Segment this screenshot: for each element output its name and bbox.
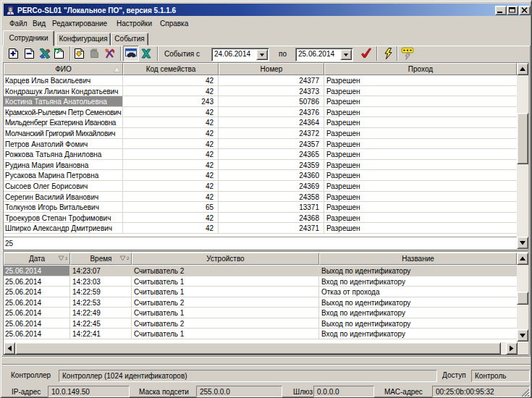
svg-text:2: 2 [127, 256, 130, 261]
svg-text:1: 1 [65, 256, 68, 261]
